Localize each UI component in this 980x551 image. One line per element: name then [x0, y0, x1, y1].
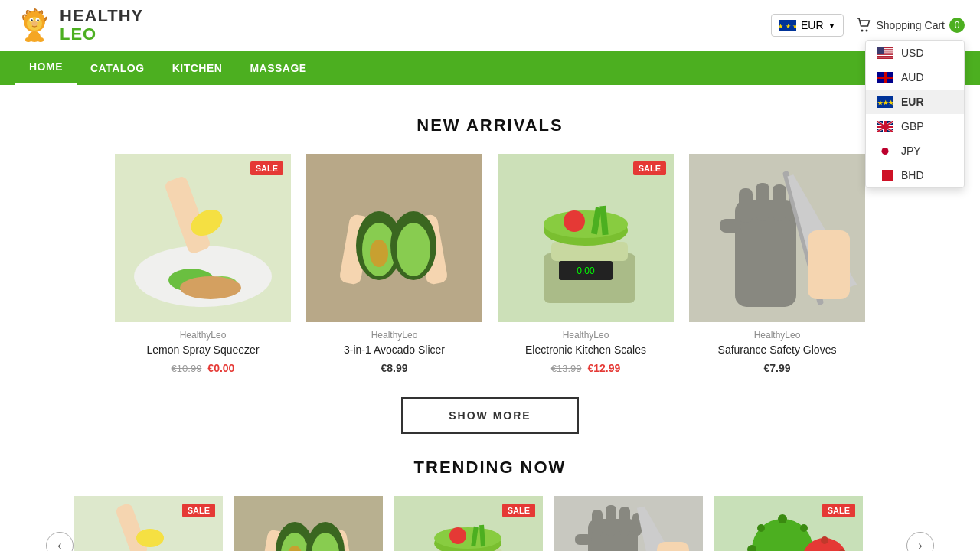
svg-point-5: [37, 19, 38, 21]
currency-option-eur[interactable]: ★★★ EUR: [866, 90, 964, 114]
bhd-flag-icon: [877, 170, 893, 181]
cart-label: Shopping Cart: [876, 19, 945, 31]
trending-item-1[interactable]: SALE: [74, 496, 223, 551]
trending-image-2: [234, 496, 383, 551]
nav-item-massage[interactable]: MASSAGE: [236, 51, 320, 85]
svg-rect-72: [720, 219, 741, 233]
jpy-label: JPY: [901, 145, 921, 157]
price-only-4: €7.99: [763, 362, 790, 374]
nav-item-kitchen[interactable]: KITCHEN: [158, 51, 237, 85]
trending-item-4[interactable]: [554, 496, 703, 551]
trending-image-5: SALE: [714, 496, 863, 551]
trending-img-2: [234, 496, 383, 551]
product-name-1: Lemon Spray Squeezer: [146, 344, 259, 356]
currency-code: EUR: [801, 19, 824, 31]
svg-point-115: [800, 524, 808, 532]
price-only-2: €8.99: [381, 362, 407, 374]
svg-rect-37: [877, 170, 882, 181]
svg-point-47: [180, 276, 241, 299]
currency-option-aud[interactable]: AUD: [866, 65, 964, 90]
new-arrivals-grid: SALE HealthyLeo Lemon Spray Squeezer €10…: [46, 154, 934, 374]
currency-option-jpy[interactable]: JPY: [866, 139, 964, 163]
svg-rect-70: [773, 184, 786, 221]
svg-text:0.00: 0.00: [577, 266, 595, 276]
aud-flag-icon: [877, 72, 893, 83]
nav-item-catalog[interactable]: CATALOG: [77, 51, 158, 85]
sale-badge-1: SALE: [250, 161, 283, 175]
logo-leo: LEO: [60, 25, 143, 44]
currency-flag-icon: ★ ★ ★: [779, 20, 796, 31]
trending-carousel: ‹ SALE: [46, 496, 934, 551]
svg-point-114: [757, 524, 765, 532]
product-img-gloves: [689, 154, 865, 322]
product-img-avocado: [306, 154, 482, 322]
trending-img-4: [554, 496, 703, 551]
svg-rect-33: [884, 121, 887, 132]
product-name-4: Safurance Safety Gloves: [718, 344, 837, 356]
product-card-4: HealthyLeo Safurance Safety Gloves €7.99: [689, 154, 865, 374]
trending-sale-5: SALE: [822, 504, 855, 517]
svg-rect-68: [739, 188, 753, 223]
product-price-3: €13.99 €12.99: [551, 362, 621, 374]
svg-point-40: [866, 30, 868, 32]
currency-selector[interactable]: ★ ★ ★ EUR ▼: [771, 14, 844, 37]
product-image-3[interactable]: 0.00 SALE: [498, 154, 674, 322]
usd-flag-icon: [877, 47, 893, 59]
navigation: HOME CATALOG KITCHEN MASSAGE: [0, 51, 980, 85]
product-img-lemon: [115, 154, 291, 322]
trending-item-3[interactable]: 0.00 SALE: [394, 496, 543, 551]
svg-point-63: [564, 210, 585, 232]
svg-point-53: [370, 240, 388, 267]
svg-point-62: [544, 210, 628, 238]
product-price-4: €7.99: [763, 362, 790, 374]
product-brand-1: HealthyLeo: [180, 330, 227, 341]
svg-point-55: [397, 223, 430, 276]
svg-marker-38: [882, 170, 885, 181]
svg-point-96: [449, 527, 466, 544]
product-image-1[interactable]: SALE: [115, 154, 291, 322]
nav-item-home[interactable]: HOME: [15, 51, 77, 85]
svg-point-9: [38, 37, 44, 42]
trending-item-5[interactable]: SALE: [714, 496, 863, 551]
main-content: NEW ARRIVALS SALE: [0, 85, 980, 551]
bhd-label: BHD: [901, 169, 924, 181]
price-old-1: €10.99: [172, 363, 202, 374]
price-old-3: €13.99: [551, 363, 582, 374]
gbp-label: GBP: [901, 120, 924, 132]
cart-icon: [856, 18, 871, 33]
gbp-flag-icon: [877, 121, 893, 132]
carousel-next-button[interactable]: ›: [906, 532, 934, 551]
svg-point-39: [861, 30, 864, 32]
product-name-2: 3-in-1 Avocado Slicer: [344, 344, 445, 356]
carousel-prev-button[interactable]: ‹: [46, 532, 74, 551]
product-name-3: Electronic Kitchen Scales: [525, 344, 646, 356]
currency-dropdown: USD AUD ★★★ EUR: [865, 40, 965, 188]
product-image-4[interactable]: [689, 154, 865, 322]
svg-point-35: [882, 148, 889, 155]
aud-label: AUD: [901, 71, 924, 83]
trending-item-2[interactable]: [234, 496, 383, 551]
currency-option-bhd[interactable]: BHD: [866, 163, 964, 187]
svg-point-6: [31, 21, 38, 26]
svg-point-79: [136, 529, 164, 547]
trending-sale-3: SALE: [502, 504, 535, 517]
currency-option-gbp[interactable]: GBP: [866, 114, 964, 139]
product-img-scales: 0.00: [498, 154, 674, 322]
jpy-flag-icon: [877, 145, 893, 157]
logo-text: HEALTHY LEO: [60, 7, 143, 44]
price-new-3: €12.99: [587, 362, 620, 374]
logo[interactable]: HEALTHY LEO: [15, 6, 143, 44]
header: HEALTHY LEO ★ ★ ★ EUR ▼: [0, 0, 980, 51]
product-image-2[interactable]: [306, 154, 482, 322]
currency-chevron-icon: ▼: [828, 21, 836, 30]
currency-option-usd[interactable]: USD: [866, 41, 964, 65]
show-more-button[interactable]: SHOW MORE: [401, 397, 578, 434]
svg-point-4: [31, 19, 32, 21]
svg-point-110: [778, 514, 787, 523]
svg-point-119: [821, 536, 828, 544]
svg-rect-22: [884, 72, 887, 83]
product-card-1: SALE HealthyLeo Lemon Spray Squeezer €10…: [115, 154, 291, 374]
svg-rect-107: [657, 542, 689, 551]
cart-button[interactable]: Shopping Cart 0: [856, 18, 965, 33]
svg-point-95: [434, 527, 501, 549]
